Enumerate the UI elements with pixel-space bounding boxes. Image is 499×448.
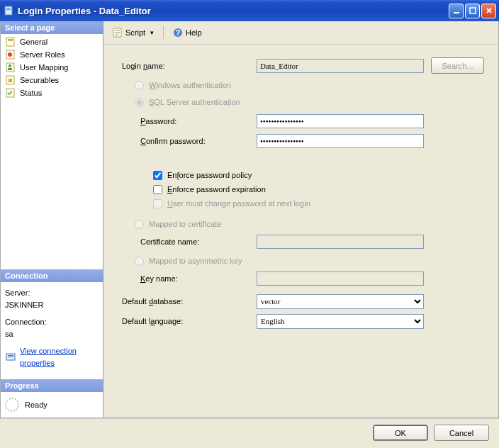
key-name-label: Key name: bbox=[122, 274, 257, 283]
sql-auth-label: SQL Server authentication bbox=[149, 98, 240, 106]
sidebar-item-securables[interactable]: Securables bbox=[1, 74, 103, 86]
svg-rect-17 bbox=[8, 357, 13, 357]
help-label: Help bbox=[186, 28, 202, 37]
page-icon bbox=[5, 49, 16, 60]
enforce-policy-checkbox[interactable] bbox=[153, 171, 162, 180]
title-bar: Login Properties - Data_Editor bbox=[0, 0, 499, 21]
script-button[interactable]: Script ▼ bbox=[109, 26, 157, 40]
server-label: Server: bbox=[5, 287, 99, 299]
svg-rect-6 bbox=[8, 39, 13, 40]
page-icon bbox=[5, 74, 16, 86]
svg-point-11 bbox=[9, 65, 11, 67]
windows-auth-radio bbox=[135, 81, 144, 90]
sql-auth-radio bbox=[135, 98, 144, 107]
select-page-header: Select a page bbox=[1, 21, 103, 34]
maximize-button[interactable] bbox=[465, 4, 480, 18]
progress-header: Progress bbox=[1, 379, 103, 392]
window-title: Login Properties - Data_Editor bbox=[18, 6, 449, 16]
progress-section: Ready bbox=[1, 392, 103, 418]
svg-rect-16 bbox=[8, 355, 13, 356]
toolbar: Script ▼ ? Help bbox=[103, 21, 498, 45]
server-value: JSKINNER bbox=[5, 301, 43, 309]
svg-point-9 bbox=[8, 52, 12, 57]
chevron-down-icon: ▼ bbox=[149, 30, 155, 36]
enforce-expiration-label: Enforce password expiration bbox=[167, 185, 266, 194]
confirm-password-field[interactable] bbox=[257, 134, 424, 148]
default-db-label: Default database: bbox=[122, 297, 257, 306]
mapped-asym-radio bbox=[135, 257, 144, 266]
default-db-select[interactable]: vector bbox=[257, 294, 424, 309]
app-icon bbox=[3, 5, 14, 16]
svg-rect-12 bbox=[8, 68, 12, 70]
sidebar-item-status[interactable]: Status bbox=[1, 86, 103, 99]
form: Login name: Search... Windows authentica… bbox=[103, 45, 498, 418]
ok-button[interactable]: OK bbox=[373, 425, 428, 441]
svg-rect-1 bbox=[6, 8, 11, 9]
svg-rect-3 bbox=[454, 12, 459, 13]
enforce-expiration-checkbox[interactable] bbox=[153, 185, 162, 194]
connection-header: Connection bbox=[1, 269, 103, 282]
page-icon bbox=[5, 36, 16, 47]
window-controls bbox=[449, 4, 496, 18]
confirm-password-label: Confirm password: bbox=[122, 137, 257, 145]
page-label: Server Roles bbox=[20, 50, 65, 59]
password-field[interactable] bbox=[257, 114, 424, 128]
footer: OK Cancel bbox=[0, 418, 499, 447]
enforce-policy-label: Enforce password policy bbox=[167, 171, 252, 179]
must-change-label: User must change password at next login bbox=[167, 199, 310, 208]
progress-spinner-icon bbox=[5, 398, 19, 412]
close-button[interactable] bbox=[481, 4, 496, 18]
mapped-cert-radio bbox=[135, 220, 144, 229]
script-icon bbox=[112, 27, 123, 38]
sidebar-item-general[interactable]: General bbox=[1, 35, 103, 48]
password-label: Password: bbox=[122, 117, 257, 125]
default-lang-label: Default language: bbox=[122, 317, 257, 325]
key-name-field bbox=[257, 271, 424, 286]
svg-rect-0 bbox=[5, 6, 12, 15]
connection-section: Server: JSKINNER Connection: sa View con… bbox=[1, 282, 103, 372]
windows-auth-label: Windows authentication bbox=[149, 81, 231, 89]
sidebar-item-server-roles[interactable]: Server Roles bbox=[1, 48, 103, 61]
help-icon: ? bbox=[172, 27, 184, 38]
login-name-field[interactable] bbox=[257, 59, 424, 73]
page-list: General Server Roles User Mapping Secura… bbox=[1, 34, 103, 269]
must-change-checkbox bbox=[153, 199, 162, 208]
svg-rect-7 bbox=[8, 40, 13, 41]
page-icon bbox=[5, 87, 16, 99]
cert-name-field bbox=[257, 235, 424, 249]
default-lang-select[interactable]: English bbox=[257, 314, 424, 329]
connection-value: sa bbox=[5, 330, 13, 338]
svg-rect-10 bbox=[6, 63, 14, 72]
view-connection-link[interactable]: View connection properties bbox=[20, 345, 99, 369]
svg-rect-2 bbox=[6, 9, 11, 10]
login-name-label: Login name: bbox=[122, 62, 257, 70]
help-button[interactable]: ? Help bbox=[169, 26, 205, 40]
page-label: Securables bbox=[20, 76, 59, 84]
separator bbox=[163, 26, 164, 39]
page-label: Status bbox=[20, 89, 42, 97]
search-button: Search... bbox=[431, 57, 484, 74]
svg-rect-5 bbox=[6, 38, 14, 46]
cancel-button[interactable]: Cancel bbox=[434, 425, 489, 441]
page-label: General bbox=[20, 38, 47, 46]
connection-label: Connection: bbox=[5, 316, 99, 328]
svg-text:?: ? bbox=[176, 28, 181, 37]
mapped-cert-label: Mapped to certificate bbox=[149, 220, 221, 228]
page-icon bbox=[5, 62, 16, 73]
progress-status: Ready bbox=[25, 401, 47, 409]
cert-name-label: Certificate name: bbox=[122, 237, 257, 246]
sidebar: Select a page General Server Roles User … bbox=[1, 21, 103, 418]
sidebar-item-user-mapping[interactable]: User Mapping bbox=[1, 61, 103, 74]
svg-rect-4 bbox=[470, 8, 476, 13]
page-label: User Mapping bbox=[20, 63, 68, 72]
mapped-asym-label: Mapped to asymmetric key bbox=[149, 257, 242, 265]
connection-icon bbox=[5, 352, 16, 363]
minimize-button[interactable] bbox=[449, 4, 464, 18]
script-label: Script bbox=[125, 28, 145, 37]
main-panel: Script ▼ ? Help Login name: Search... Wi… bbox=[103, 21, 498, 418]
